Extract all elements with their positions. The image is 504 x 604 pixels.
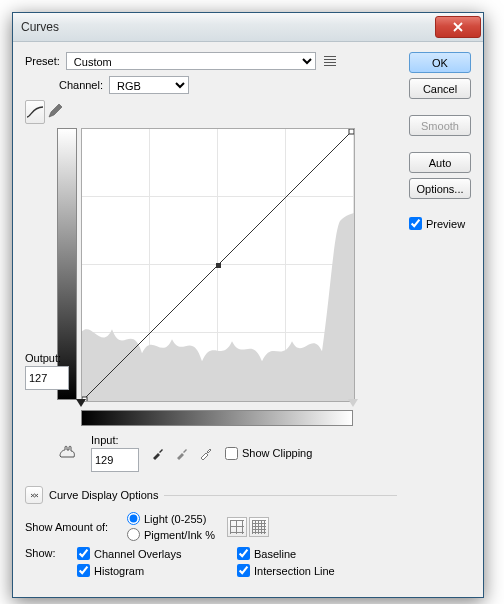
targeted-adjust-tool[interactable] [55,442,81,464]
svg-rect-2 [349,129,354,134]
eyedropper-black-icon [151,446,165,460]
output-label: Output: [25,352,61,364]
eyedropper-gray-icon [175,446,189,460]
histogram-checkbox[interactable]: Histogram [77,564,237,577]
black-white-sliders[interactable] [81,400,353,410]
output-field[interactable] [25,366,69,390]
show-label: Show: [25,547,71,559]
close-button[interactable] [435,16,481,38]
divider [164,495,397,496]
preset-menu-button[interactable] [322,53,338,69]
show-clipping-checkbox[interactable]: Show Clipping [225,447,312,460]
channel-select[interactable]: RGB [109,76,189,94]
baseline-checkbox[interactable]: Baseline [237,547,397,560]
eyedropper-white-icon [199,446,213,460]
show-amount-label: Show Amount of: [25,521,121,533]
light-radio[interactable]: Light (0-255) [127,512,215,525]
window-title: Curves [21,20,435,34]
curve-canvas[interactable] [81,128,355,402]
grid-fine-button[interactable] [249,517,269,537]
preset-label: Preset: [25,55,60,67]
black-eyedropper[interactable] [149,444,167,462]
display-options-toggle[interactable] [25,486,43,504]
ok-button[interactable]: OK [409,52,471,73]
cancel-button[interactable]: Cancel [409,78,471,99]
curve-line [82,129,354,401]
auto-button[interactable]: Auto [409,152,471,173]
horizontal-gradient [81,410,353,426]
gray-eyedropper[interactable] [173,444,191,462]
preset-select[interactable]: Custom [66,52,316,70]
hand-icon [57,444,79,462]
channel-label: Channel: [53,79,103,91]
preview-checkbox[interactable]: Preview [409,217,471,230]
curve-pencil-tool[interactable] [47,100,63,122]
titlebar[interactable]: Curves [13,13,483,42]
intersection-checkbox[interactable]: Intersection Line [237,564,397,577]
channel-overlays-checkbox[interactable]: Channel Overlays [77,547,237,560]
chevron-up-icon [30,491,39,500]
close-icon [453,22,463,32]
pencil-icon [47,103,63,119]
svg-rect-3 [216,263,221,268]
curve-point-tool[interactable] [25,100,45,124]
smooth-button[interactable]: Smooth [409,115,471,136]
curves-dialog: Curves Preset: Custom Channel: RGB [12,12,484,598]
options-button[interactable]: Options... [409,178,471,199]
white-eyedropper[interactable] [197,444,215,462]
input-field[interactable] [91,448,139,472]
grid-coarse-button[interactable] [227,517,247,537]
show-clipping-label: Show Clipping [242,447,312,459]
white-point-slider[interactable] [348,399,358,407]
menu-icon [322,54,338,68]
black-point-slider[interactable] [76,399,86,407]
display-options-label: Curve Display Options [49,489,158,501]
input-label: Input: [91,434,139,446]
pigment-radio[interactable]: Pigment/Ink % [127,528,215,541]
curve-icon [26,105,44,119]
